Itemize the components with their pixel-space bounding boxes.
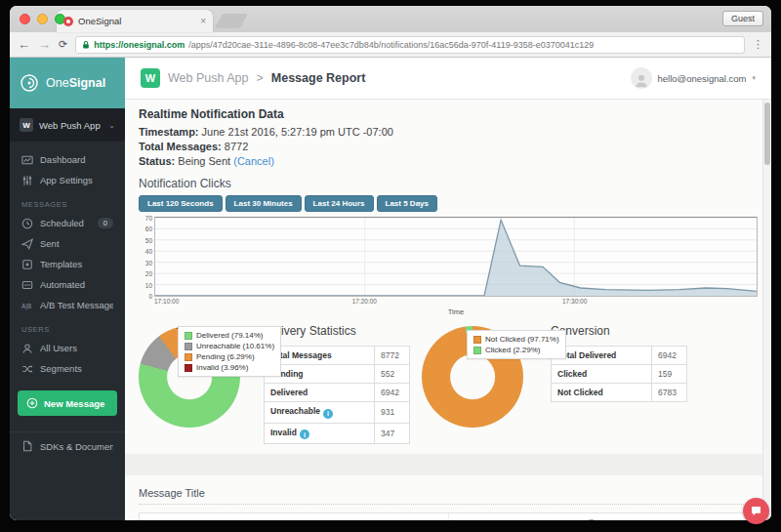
sidebar-item-a-b-test-messages[interactable]: A|BA/B Test Messages (10, 295, 125, 315)
sidebar-item-dashboard[interactable]: Dashboard (10, 149, 125, 170)
legend-item-invalid: Invalid (3.96%) (185, 362, 274, 373)
sidebar-item-scheduled[interactable]: Scheduled0 (10, 213, 125, 233)
stat-value: 6942 (375, 384, 410, 402)
caret-down-icon: ▾ (752, 74, 756, 82)
browser-window: OneSignal × Guest ← → ⟳ https://onesigna… (10, 6, 771, 520)
cancel-link[interactable]: (Cancel) (233, 155, 274, 167)
legend-item-not-clicked: Not Clicked (97.71%) (473, 334, 559, 345)
settings-icon (21, 175, 33, 186)
send-icon (21, 238, 33, 250)
screen: OneSignal × Guest ← → ⟳ https://onesigna… (0, 0, 781, 532)
range-button-last-120-seconds[interactable]: Last 120 Seconds (139, 195, 223, 212)
sidebar: OneSignal W Web Push App ⌄ DashboardApp … (10, 58, 125, 520)
legend-label: Not Clicked (97.71%) (485, 334, 559, 345)
guest-profile-button[interactable]: Guest (722, 11, 763, 26)
stat-label: Not Clicked (552, 384, 652, 402)
person-icon (633, 71, 650, 89)
nav-section-users: USERS (21, 325, 125, 334)
delivery-donut-chart: Delivered (79.14%)Unreachable (10.61%)Pe… (139, 322, 254, 431)
table-row-total-delivered: Total Delivered6942 (552, 347, 687, 365)
new-message-button[interactable]: New Message (18, 390, 117, 416)
y-axis-tick: 50 (145, 236, 152, 243)
chat-support-button[interactable] (743, 498, 769, 524)
sidebar-item-label: Sent (40, 238, 113, 249)
sidebar-item-app-settings[interactable]: App Settings (10, 170, 125, 190)
legend-label: Clicked (2.29%) (485, 345, 540, 355)
browser-tabstrip: OneSignal × Guest (10, 6, 771, 32)
sidebar-item-templates[interactable]: Templates (10, 254, 125, 274)
sidebar-item-sent[interactable]: Sent (10, 233, 125, 254)
close-window-button[interactable] (20, 14, 30, 24)
reload-icon[interactable]: ⟳ (59, 38, 67, 51)
table-row-not-clicked: Not Clicked6783 (552, 384, 687, 402)
breadcrumb-separator: > (256, 71, 263, 85)
brand-header[interactable]: OneSignal (10, 58, 125, 108)
info-icon[interactable]: i (300, 430, 309, 439)
sidebar-item-label: Automated (40, 279, 113, 290)
sidebar-item-automated[interactable]: Automated (10, 274, 125, 295)
minimize-window-button[interactable] (37, 14, 48, 24)
segments-icon (21, 363, 33, 375)
delivery-statistics-table: Total Messages8772Pending552Delivered694… (264, 346, 410, 444)
nav-section-messages: MESSAGES (21, 200, 125, 209)
clicks-chart-title: Notification Clicks (139, 177, 758, 190)
legend-swatch (185, 332, 192, 340)
user-menu[interactable]: hello@onesignal.com ▾ (631, 67, 757, 89)
svg-text:A|B: A|B (21, 302, 31, 309)
avatar (631, 67, 652, 89)
forward-icon[interactable]: → (38, 38, 51, 51)
new-tab-button[interactable] (215, 14, 248, 28)
sidebar-item-sdks-documentation[interactable]: SDKs & Documentation (10, 431, 125, 452)
breadcrumb-app[interactable]: Web Push App (168, 71, 248, 85)
sidebar-item-all-users[interactable]: All Users (10, 338, 125, 358)
app-initial-badge: W (20, 118, 33, 132)
sidebar-item-label: Scheduled (40, 218, 91, 228)
scrollbar-thumb[interactable] (764, 102, 770, 165)
legend-swatch (473, 336, 481, 344)
app-selector[interactable]: W Web Push App ⌄ (10, 108, 125, 142)
table-row-total-messages: Total Messages8772 (265, 347, 410, 365)
sidebar-item-label: Dashboard (40, 154, 113, 165)
new-message-label: New Message (44, 398, 104, 409)
x-axis-tick: 17:20:00 (352, 298, 377, 305)
table-row-delivered: Delivered6942 (265, 384, 410, 402)
stat-value: 6783 (652, 384, 687, 402)
sidebar-item-label: All Users (40, 343, 113, 353)
table-row-pending: Pending552 (265, 365, 410, 384)
app-shell: OneSignal W Web Push App ⌄ DashboardApp … (10, 58, 771, 520)
back-icon[interactable]: ← (18, 38, 30, 51)
range-button-last-5-days[interactable]: Last 5 Days (377, 195, 437, 212)
legend-label: Unreachable (10.61%) (196, 341, 274, 351)
sidebar-item-label: App Settings (40, 175, 113, 185)
range-button-last-30-minutes[interactable]: Last 30 Minutes (226, 195, 302, 212)
conversion-donut-legend: Not Clicked (97.71%)Clicked (2.29%) (467, 330, 566, 359)
browser-toolbar: ← → ⟳ https://onesignal.com /apps/47d20c… (10, 32, 771, 58)
range-button-last-24-hours[interactable]: Last 24 Hours (305, 195, 374, 212)
stat-label: Unreachablei (265, 402, 375, 424)
tab-title: OneSignal (78, 16, 195, 26)
stat-label: Delivered (265, 384, 375, 402)
brand-name: OneSignal (46, 76, 105, 90)
legend-item-unreachable: Unreachable (10.61%) (185, 341, 274, 351)
sidebar-item-segments[interactable]: Segments (10, 358, 125, 379)
sidebar-item-label: SDKs & Documentation (40, 441, 113, 452)
count-badge: 0 (98, 218, 113, 228)
report-panel: Realtime Notification Data Timestamp: Ju… (125, 100, 771, 454)
info-icon[interactable]: i (323, 409, 333, 419)
y-axis-tick: 40 (145, 248, 152, 255)
stat-value: 347 (375, 423, 410, 444)
stat-label: Invalidi (265, 423, 375, 444)
message-title-value: New notification features in iOS 10 📱 (449, 513, 758, 520)
x-axis-title: Time (154, 307, 758, 318)
legend-label: Invalid (3.96%) (196, 362, 248, 373)
scrollbar[interactable] (762, 100, 771, 520)
chat-bubble-icon (750, 505, 762, 517)
sidebar-item-label: Templates (40, 259, 113, 269)
legend-swatch (185, 343, 192, 350)
url-origin: https://onesignal.com (94, 40, 185, 50)
address-bar[interactable]: https://onesignal.com /apps/47d20cae-311… (75, 36, 745, 54)
x-axis-tick: 17:30:00 (562, 298, 587, 305)
tab-close-icon[interactable]: × (200, 16, 206, 26)
browser-tab[interactable]: OneSignal × (57, 10, 213, 32)
browser-menu-icon[interactable]: ⋮ (753, 38, 763, 51)
